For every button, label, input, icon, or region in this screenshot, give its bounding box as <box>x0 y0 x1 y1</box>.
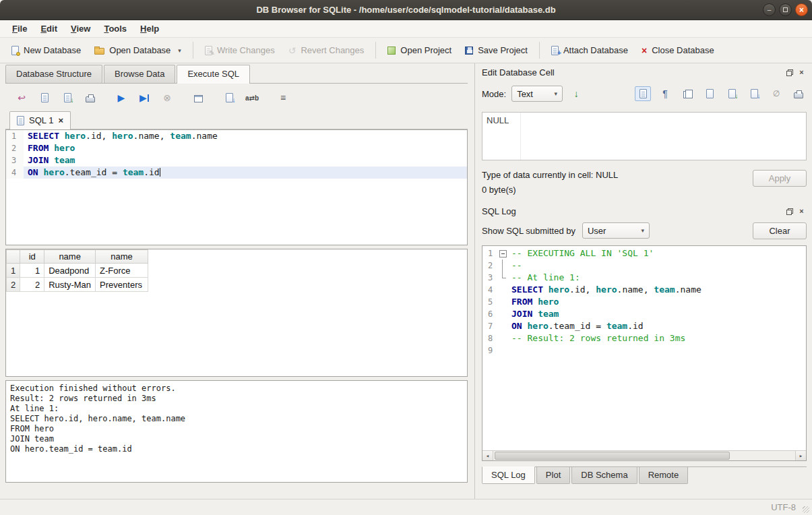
code-line: 9 <box>482 344 806 357</box>
print-cell-icon[interactable] <box>790 86 807 101</box>
row-number[interactable]: 1 <box>7 264 20 278</box>
word-wrap-cell-icon[interactable]: ¶ <box>657 86 673 101</box>
menu-view[interactable]: View <box>64 22 97 36</box>
close-log-icon[interactable]: × <box>797 206 807 216</box>
fold-guide <box>499 284 507 296</box>
execute-line-icon[interactable]: ▶ <box>137 90 151 105</box>
column-header-id[interactable]: id <box>20 250 44 264</box>
new-database-label: New Database <box>24 45 81 55</box>
tab-browse-data[interactable]: Browse Data <box>104 65 175 83</box>
encoding-indicator[interactable]: UTF-8 <box>771 502 796 512</box>
scroll-right-icon[interactable]: ▸ <box>795 451 806 460</box>
close-button[interactable]: × <box>795 3 808 16</box>
export-cell-icon[interactable]: ↓ <box>746 86 762 101</box>
line-number: 1 <box>6 130 24 142</box>
execution-output[interactable]: Execution finished without errors. Resul… <box>5 380 468 483</box>
tab-execute-sql[interactable]: Execute SQL <box>177 65 250 84</box>
close-dock-icon[interactable]: × <box>797 67 807 78</box>
dock-tab-plot[interactable]: Plot <box>536 467 570 484</box>
close-tab-icon[interactable]: × <box>58 116 63 125</box>
paste-cell-icon[interactable] <box>701 86 718 101</box>
column-header-team-name[interactable]: name <box>96 250 148 264</box>
log-horizontal-scrollbar[interactable]: ◂ ▸ <box>482 450 806 460</box>
sql-editor[interactable]: 1SELECT hero.id, hero.name, team.name2FR… <box>5 129 468 245</box>
dock-tab-remote[interactable]: Remote <box>639 467 689 484</box>
new-window-icon[interactable] <box>191 90 205 105</box>
revert-changes-button[interactable]: ↺ Revert Changes <box>282 42 371 59</box>
table-row[interactable]: 22Rusty-ManPreventers <box>7 278 148 292</box>
table-cell[interactable]: 1 <box>20 264 44 278</box>
menu-tools[interactable]: Tools <box>97 22 133 36</box>
open-sql-file-icon[interactable] <box>38 90 51 105</box>
dock-tab-bar: SQL Log Plot DB Schema Remote <box>482 466 807 485</box>
code-line: 1-- EXECUTING ALL IN 'SQL 1' <box>482 247 806 260</box>
copy-cell-icon[interactable] <box>679 86 695 101</box>
sql-file-tab[interactable]: SQL 1 × <box>9 111 71 129</box>
edit-cell-title: Edit Database Cell <box>482 67 784 78</box>
results-corner-header[interactable] <box>7 250 20 264</box>
menu-help[interactable]: Help <box>133 22 166 36</box>
stop-execution-icon[interactable]: ⊗ <box>160 90 174 105</box>
line-number: 9 <box>482 344 499 357</box>
execute-all-icon[interactable]: ▶ <box>115 90 128 105</box>
text-mode-icon[interactable] <box>635 86 651 101</box>
line-number: 3 <box>482 272 499 284</box>
text-cursor <box>160 168 161 177</box>
cell-editor[interactable]: NULL <box>482 112 807 160</box>
menu-edit[interactable]: Edit <box>34 22 64 36</box>
set-null-icon[interactable]: ∅ <box>768 86 784 101</box>
table-cell[interactable]: Rusty-Man <box>44 278 96 292</box>
save-project-button[interactable]: Save Project <box>459 42 534 59</box>
minimize-button[interactable]: – <box>763 3 776 16</box>
table-cell[interactable]: Z-Force <box>96 264 148 278</box>
maximize-button[interactable] <box>779 3 792 16</box>
float-log-icon[interactable] <box>785 206 795 216</box>
menu-file[interactable]: File <box>5 22 34 36</box>
code-line: 5FROM hero <box>482 296 806 308</box>
dock-tab-sql-log[interactable]: SQL Log <box>482 466 535 484</box>
print-sql-icon[interactable] <box>84 90 97 105</box>
apply-button[interactable]: Apply <box>753 170 807 187</box>
close-icon: × <box>799 6 804 14</box>
import-cell-icon[interactable]: ↓ <box>724 86 740 101</box>
code-line: 6JOIN team <box>482 308 806 320</box>
attach-database-button[interactable]: + Attach Database <box>545 42 634 59</box>
row-number[interactable]: 2 <box>7 278 20 292</box>
scrollbar-track[interactable] <box>493 451 795 460</box>
resize-grip[interactable] <box>803 506 809 513</box>
titlebar[interactable]: DB Browser for SQLite - /home/user/code/… <box>0 0 812 20</box>
sql-log-view[interactable]: 1-- EXECUTING ALL IN 'SQL 1'2--3-- At li… <box>482 246 806 450</box>
open-project-button[interactable]: Open Project <box>381 42 458 59</box>
import-file-icon[interactable]: ↓ <box>568 86 584 101</box>
fold-marker-icon[interactable] <box>499 247 507 260</box>
save-project-label: Save Project <box>478 45 528 55</box>
clear-button[interactable]: Clear <box>753 222 807 239</box>
find-replace-icon[interactable]: a⇄b <box>245 90 259 105</box>
column-header-hero-name[interactable]: name <box>44 250 96 264</box>
new-database-button[interactable]: New Database <box>5 42 87 59</box>
table-cell[interactable]: 2 <box>20 278 44 292</box>
tab-database-structure[interactable]: Database Structure <box>5 65 102 83</box>
cell-type-info: Type of data currently in cell: NULL <box>482 170 753 180</box>
table-cell[interactable]: Preventers <box>96 278 148 292</box>
open-database-dropdown-icon[interactable]: ▾ <box>178 47 181 54</box>
revert-changes-icon: ↺ <box>288 46 296 55</box>
table-row[interactable]: 11DeadpondZ-Force <box>7 264 148 278</box>
dock-tab-db-schema[interactable]: DB Schema <box>571 467 637 484</box>
code-line: 7ON hero.team_id = team.id <box>482 320 806 332</box>
close-database-button[interactable]: × Close Database <box>635 42 720 59</box>
results-table[interactable]: id name name 11DeadpondZ-Force22Rusty-Ma… <box>6 249 148 292</box>
save-sql-file-icon[interactable]: ↓ <box>61 90 74 105</box>
write-changes-button[interactable]: ✎ Write Changes <box>199 42 281 59</box>
mode-select[interactable]: Text ▾ <box>511 86 563 102</box>
submitter-select[interactable]: User ▾ <box>582 222 650 239</box>
open-database-button[interactable]: Open Database ▾ <box>88 42 187 59</box>
scroll-left-icon[interactable]: ◂ <box>482 451 493 460</box>
scrollbar-thumb[interactable] <box>495 452 730 460</box>
table-cell[interactable]: Deadpond <box>44 264 96 278</box>
open-sql-tab-icon[interactable]: ↩ <box>15 90 28 105</box>
float-dock-icon[interactable] <box>785 67 795 78</box>
export-results-icon[interactable]: ↓ <box>222 90 236 105</box>
word-wrap-icon[interactable]: ≡ <box>276 90 290 105</box>
save-project-icon <box>465 47 473 55</box>
